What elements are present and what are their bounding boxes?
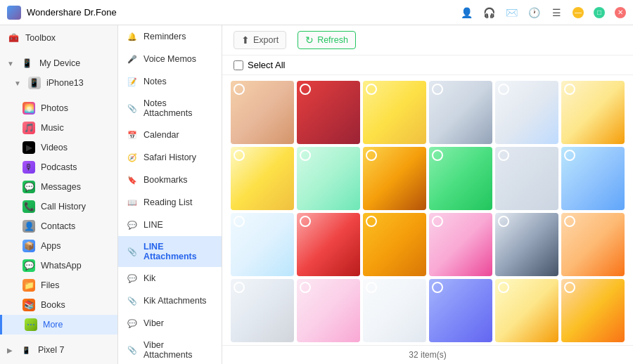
mid-item-bookmarks[interactable]: 🔖 Bookmarks <box>118 169 222 191</box>
app-title: Wondershare Dr.Fone <box>27 7 117 18</box>
caret-device: ▼ <box>7 60 14 67</box>
image-checkbox-img7 <box>234 150 245 161</box>
sidebar-item-my-device[interactable]: ▼ 📱 My Device <box>0 53 117 73</box>
image-checkbox-img6 <box>564 84 575 95</box>
mid-item-notes[interactable]: 📝 Notes <box>118 70 222 93</box>
headset-icon[interactable]: 🎧 <box>482 6 495 19</box>
titlebar: Wondershare Dr.Fone 👤 🎧 ✉️ 🕐 ☰ — □ ✕ <box>0 0 633 25</box>
close-button[interactable]: ✕ <box>615 7 626 18</box>
history-icon[interactable]: 🕐 <box>528 6 540 19</box>
sidebar-item-callhist[interactable]: 📞 Call History <box>0 197 117 216</box>
export-button[interactable]: ⬆ Export <box>234 31 286 49</box>
image-cell-img3[interactable] <box>363 81 426 144</box>
sidebar-item-toolbox[interactable]: 🧰 Toolbox <box>0 28 117 48</box>
sidebar-item-pixel7[interactable]: ▶ 📱 Pixel 7 <box>0 340 117 360</box>
image-cell-img11[interactable] <box>495 147 558 210</box>
check-circle-img6 <box>564 84 575 95</box>
select-all-checkbox[interactable] <box>234 60 243 70</box>
sidebar-item-messages[interactable]: 💬 Messages <box>0 177 117 197</box>
image-cell-img15[interactable] <box>363 213 426 276</box>
image-cell-img23[interactable] <box>495 279 558 342</box>
sidebar-item-contacts[interactable]: 👤 Contacts <box>0 216 117 236</box>
image-cell-img2[interactable] <box>297 81 360 144</box>
sidebar-item-apps[interactable]: 📦 Apps <box>0 236 117 256</box>
image-cell-img5[interactable] <box>495 81 558 144</box>
messages-label: Messages <box>41 182 81 192</box>
mid-item-reading-list[interactable]: 📖 Reading List <box>118 191 222 214</box>
books-label: Books <box>41 300 65 310</box>
user-icon[interactable]: 👤 <box>460 6 473 19</box>
image-cell-img18[interactable] <box>561 213 625 276</box>
sidebar: 🧰 Toolbox ▼ 📱 My Device ▼ 📱 iPhone13 🌅 P… <box>0 25 118 364</box>
mid-item-viber[interactable]: 💬 Viber <box>118 312 222 334</box>
image-cell-img21[interactable] <box>363 279 426 342</box>
files-label: Files <box>41 280 59 290</box>
image-cell-img12[interactable] <box>561 147 625 210</box>
mail-icon[interactable]: ✉️ <box>505 6 518 19</box>
image-cell-img17[interactable] <box>495 213 558 276</box>
image-cell-img7[interactable] <box>231 147 294 210</box>
image-checkbox-img2 <box>300 84 311 95</box>
mid-item-line-attachments[interactable]: 📎 LINE Attachments <box>118 236 222 267</box>
image-cell-img19[interactable] <box>231 279 294 342</box>
check-circle-img16 <box>432 216 443 227</box>
mid-item-reminders[interactable]: 🔔 Reminders <box>118 25 222 48</box>
calendar-label: Calendar <box>143 130 179 140</box>
sidebar-item-podcasts[interactable]: 🎙 Podcasts <box>0 157 117 177</box>
check-circle-img21 <box>366 282 377 293</box>
image-cell-img4[interactable] <box>429 81 492 144</box>
export-icon: ⬆ <box>241 34 250 46</box>
check-circle-img24 <box>564 282 575 293</box>
mid-item-viber-attachments[interactable]: 📎 Viber Attachments <box>118 334 222 364</box>
sidebar-item-iphone13[interactable]: ▼ 📱 iPhone13 <box>0 73 117 93</box>
image-checkbox-img13 <box>234 216 245 227</box>
sidebar-item-whatsapp[interactable]: 💬 WhatsApp <box>0 256 117 275</box>
voice-memos-icon: 🎤 <box>127 53 138 65</box>
voice-memos-label: Voice Memos <box>143 54 196 64</box>
image-cell-img20[interactable] <box>297 279 360 342</box>
podcasts-icon: 🎙 <box>23 161 35 174</box>
more-icon: ⋯ <box>25 318 37 331</box>
image-cell-img8[interactable] <box>297 147 360 210</box>
image-checkbox-img4 <box>432 84 443 95</box>
mid-item-kik[interactable]: 💬 Kik <box>118 267 222 290</box>
check-circle-img18 <box>564 216 575 227</box>
mid-item-notes-attachments[interactable]: 📎 Notes Attachments <box>118 93 222 124</box>
sidebar-item-books[interactable]: 📚 Books <box>0 295 117 315</box>
notes-icon: 📝 <box>127 76 138 87</box>
sidebar-item-music[interactable]: 🎵 Music <box>0 118 117 138</box>
image-checkbox-img22 <box>432 282 443 293</box>
mid-item-voice-memos[interactable]: 🎤 Voice Memos <box>118 48 222 70</box>
image-cell-img13[interactable] <box>231 213 294 276</box>
image-cell-img1[interactable] <box>231 81 294 144</box>
mid-item-kik-attachments[interactable]: 📎 Kik Attachments <box>118 290 222 312</box>
image-cell-img10[interactable] <box>429 147 492 210</box>
minimize-button[interactable]: — <box>573 7 584 18</box>
mid-item-safari-history[interactable]: 🧭 Safari History <box>118 146 222 169</box>
status-bar: 32 item(s) <box>222 345 633 364</box>
image-cell-img6[interactable] <box>561 81 625 144</box>
sidebar-pixel-section: ▶ 📱 Pixel 7 <box>0 337 117 363</box>
image-cell-img24[interactable] <box>561 279 625 342</box>
image-checkbox-img12 <box>564 150 575 161</box>
image-cell-img16[interactable] <box>429 213 492 276</box>
notes-attachments-label: Notes Attachments <box>143 98 213 118</box>
sidebar-item-videos[interactable]: ▶ Videos <box>0 138 117 157</box>
image-cell-img22[interactable] <box>429 279 492 342</box>
check-circle-img22 <box>432 282 443 293</box>
image-cell-img14[interactable] <box>297 213 360 276</box>
kik-attachments-label: Kik Attachments <box>143 296 207 306</box>
mid-item-line[interactable]: 💬 LINE <box>118 214 222 236</box>
sidebar-item-photos[interactable]: 🌅 Photos <box>0 98 117 118</box>
menu-icon[interactable]: ☰ <box>550 6 563 19</box>
sidebar-item-files[interactable]: 📁 Files <box>0 275 117 295</box>
mid-item-calendar[interactable]: 📅 Calendar <box>118 124 222 146</box>
image-cell-img9[interactable] <box>363 147 426 210</box>
status-text: 32 item(s) <box>409 350 446 360</box>
sidebar-item-more[interactable]: ⋯ More <box>0 315 117 334</box>
refresh-button[interactable]: ↻ Refresh <box>298 31 356 49</box>
image-checkbox-img16 <box>432 216 443 227</box>
reading-list-icon: 📖 <box>127 197 138 208</box>
maximize-button[interactable]: □ <box>594 7 605 18</box>
main-layout: 🧰 Toolbox ▼ 📱 My Device ▼ 📱 iPhone13 🌅 P… <box>0 25 633 364</box>
